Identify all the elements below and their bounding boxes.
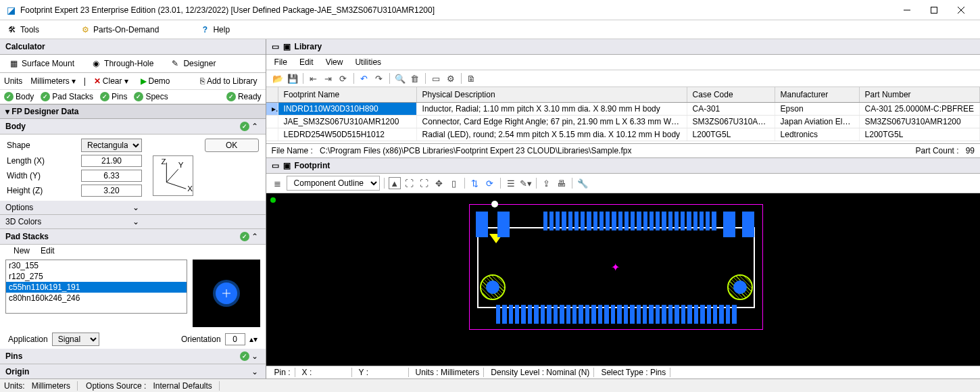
pad[interactable]: [693, 212, 697, 230]
pad[interactable]: [591, 305, 595, 324]
pad[interactable]: [521, 305, 525, 324]
pad[interactable]: [694, 305, 698, 324]
flip-icon[interactable]: ⇅: [469, 177, 481, 189]
open-icon[interactable]: 📂: [272, 72, 284, 84]
padstack-item[interactable]: r120_275: [6, 271, 187, 282]
pad[interactable]: [668, 305, 672, 324]
undo-icon[interactable]: ↶: [358, 72, 370, 84]
pad[interactable]: [581, 212, 585, 230]
edit-icon[interactable]: ✎▾: [520, 177, 532, 189]
close-button[interactable]: [948, 1, 975, 20]
length-input[interactable]: [81, 155, 142, 167]
menu-edit[interactable]: Edit: [299, 57, 314, 67]
pad[interactable]: [612, 212, 616, 230]
pad[interactable]: [650, 212, 654, 230]
ok-button[interactable]: OK: [205, 139, 259, 152]
pad[interactable]: [579, 305, 583, 324]
pad[interactable]: [662, 212, 666, 230]
save-icon[interactable]: 💾: [287, 72, 299, 84]
pad[interactable]: [643, 305, 647, 324]
pad[interactable]: [643, 212, 647, 230]
tools-menu[interactable]: 🛠 Tools: [7, 24, 39, 35]
rotate-icon[interactable]: ⟳: [484, 177, 496, 189]
pad[interactable]: [543, 212, 547, 230]
pad[interactable]: [476, 212, 488, 237]
pad[interactable]: [617, 305, 621, 324]
origin-section-header[interactable]: Origin ⌄: [0, 364, 266, 378]
pins-section-header[interactable]: Pins ✓ ⌄: [0, 349, 266, 364]
col-footprint-name[interactable]: Footprint Name: [278, 87, 417, 102]
pad[interactable]: [572, 305, 577, 324]
refresh-icon[interactable]: ⟳: [337, 72, 349, 84]
col-physical-description[interactable]: Physical Description: [417, 87, 687, 102]
grid-row[interactable]: JAE_SM3ZS067U310AMR1200 Connector, Card …: [266, 116, 980, 128]
pad[interactable]: [568, 212, 572, 230]
padstack-edit[interactable]: Edit: [41, 246, 55, 255]
parts-on-demand-menu[interactable]: ⚙ Parts-On-Demand: [80, 24, 159, 35]
pad[interactable]: [700, 212, 704, 230]
stack-icon[interactable]: ☰: [505, 177, 517, 189]
pad[interactable]: [566, 305, 570, 324]
zoom-fit-icon[interactable]: ⛶: [403, 177, 416, 189]
restore-icon[interactable]: ▣: [283, 161, 291, 170]
padstack-item[interactable]: c80hn160k246_246: [6, 293, 187, 303]
demo-button[interactable]: ▶ Demo: [137, 75, 174, 87]
col-manufacturer[interactable]: Manufacturer: [775, 87, 860, 102]
grid-row[interactable]: LEDRD254W50D515H1012 Radial (LED), round…: [266, 128, 980, 141]
print-icon[interactable]: 🖶: [556, 177, 568, 189]
check-body[interactable]: ✓Body: [4, 92, 34, 101]
pad[interactable]: [604, 305, 608, 324]
zoom-window-icon[interactable]: ⛶: [418, 177, 431, 189]
grid-row[interactable]: ▸ INDRD110W30D310H890 Inductor, Radial; …: [266, 103, 980, 116]
menu-utilities[interactable]: Utilities: [355, 57, 381, 67]
search-icon[interactable]: 🔍: [394, 72, 406, 84]
restore-icon[interactable]: ▣: [283, 42, 291, 51]
pad[interactable]: [587, 212, 591, 230]
pad[interactable]: [562, 212, 566, 230]
tab-through-hole[interactable]: ◉ Through-Hole: [82, 55, 162, 72]
pad[interactable]: [585, 305, 589, 324]
pad[interactable]: [681, 305, 685, 324]
colors-row[interactable]: 3D Colors⌄: [0, 215, 266, 229]
pad[interactable]: [496, 305, 500, 324]
add-to-library-button[interactable]: ⎘ Add to Library: [196, 75, 262, 87]
pad[interactable]: [637, 212, 641, 230]
pad[interactable]: [556, 212, 560, 230]
tab-designer[interactable]: ✎ Designer: [162, 55, 224, 72]
pad[interactable]: [726, 305, 730, 324]
check-pad-stacks[interactable]: ✓Pad Stacks: [41, 92, 93, 101]
application-select[interactable]: Signal: [52, 333, 99, 346]
pad[interactable]: [611, 305, 615, 324]
ruler-icon[interactable]: ▯: [448, 177, 460, 189]
pad[interactable]: [509, 305, 513, 324]
padstack-item[interactable]: r30_155: [6, 260, 187, 271]
pad[interactable]: [599, 212, 604, 230]
check-pins[interactable]: ✓Pins: [100, 92, 127, 101]
gear-icon[interactable]: ⚙: [445, 72, 457, 84]
pad[interactable]: [598, 305, 602, 324]
pad[interactable]: [560, 305, 564, 324]
pad[interactable]: [712, 212, 716, 230]
delete-icon[interactable]: 🗑: [409, 72, 421, 84]
import-icon[interactable]: ⇤: [308, 72, 320, 84]
clear-button[interactable]: ✕ Clear ▾: [90, 75, 132, 87]
pad[interactable]: [618, 212, 622, 230]
body-section-header[interactable]: Body ✓ ⌃: [0, 119, 266, 134]
pad[interactable]: [593, 212, 597, 230]
pad[interactable]: [719, 305, 723, 324]
pad[interactable]: [554, 305, 558, 324]
pad[interactable]: [637, 305, 641, 324]
pad[interactable]: [732, 305, 736, 324]
grid-body[interactable]: ▸ INDRD110W30D310H890 Inductor, Radial; …: [266, 103, 980, 143]
maximize-button[interactable]: [921, 1, 948, 20]
pad[interactable]: [675, 305, 679, 324]
minimize-button[interactable]: [893, 1, 921, 20]
pad[interactable]: [547, 305, 551, 324]
tab-surface-mount[interactable]: ▦ Surface Mount: [0, 55, 82, 72]
shape-select[interactable]: Rectangular: [81, 139, 142, 152]
doc-icon[interactable]: 🗎: [466, 72, 478, 84]
pad[interactable]: [606, 212, 610, 230]
pad[interactable]: [723, 212, 735, 237]
pad[interactable]: [574, 212, 579, 230]
pad[interactable]: [515, 305, 519, 324]
